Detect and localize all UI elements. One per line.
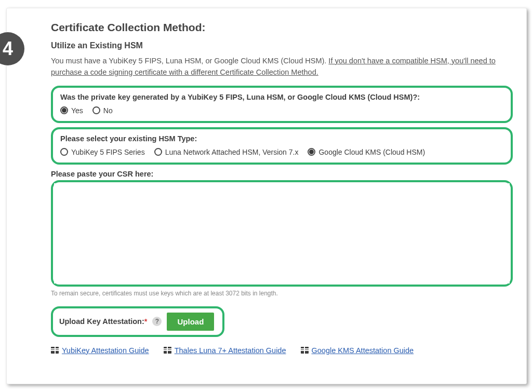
csr-hint: To remain secure, certificates must use … [51,290,513,297]
book-icon [51,347,59,354]
radio-no[interactable]: No [92,106,113,115]
radio-btn-icon [60,106,68,114]
intro-plain: You must have a YubiKey 5 FIPS, Luna HSM… [51,57,328,65]
radio-btn-icon [308,148,315,156]
csr-label: Please paste your CSR here: [51,170,513,178]
book-icon [164,347,171,354]
question-generated-options: Yes No [60,106,503,115]
csr-textarea[interactable] [54,183,510,283]
question-generated-label: Was the private key generated by a YubiK… [60,93,503,101]
radio-yubikey[interactable]: YubiKey 5 FIPS Series [60,148,145,156]
section-title: Certificate Collection Method: [51,21,513,34]
radio-btn-icon [60,148,68,156]
upload-label: Upload Key Attestation:* [59,317,147,326]
upload-attestation-box: Upload Key Attestation:* ? Upload [51,306,224,337]
radio-btn-icon [92,106,100,114]
question-generated-box: Was the private key generated by a YubiK… [51,86,513,123]
radio-yes[interactable]: Yes [60,106,83,115]
question-hsm-type-options: YubiKey 5 FIPS Series Luna Network Attac… [60,148,503,156]
required-mark: * [144,317,148,326]
question-hsm-type-box: Please select your existing HSM Type: Yu… [51,127,513,165]
guide-luna[interactable]: Thales Luna 7+ Attestation Guide [164,346,286,355]
radio-google-kms-label: Google Cloud KMS (Cloud HSM) [318,148,425,156]
radio-luna-label: Luna Network Attached HSM, Version 7.x [165,148,299,156]
step-number-badge: 4 [0,32,24,65]
intro-text: You must have a YubiKey 5 FIPS, Luna HSM… [51,56,513,78]
certificate-collection-panel: 4 Certificate Collection Method: Utilize… [6,8,527,384]
radio-luna[interactable]: Luna Network Attached HSM, Version 7.x [154,148,299,156]
guide-yubikey[interactable]: YubiKey Attestation Guide [51,346,149,355]
help-icon[interactable]: ? [152,317,162,326]
attestation-guides: YubiKey Attestation Guide Thales Luna 7+… [51,346,513,355]
radio-yubikey-label: YubiKey 5 FIPS Series [71,148,145,156]
upload-button[interactable]: Upload [167,313,214,331]
radio-no-label: No [103,106,113,115]
guide-google-kms[interactable]: Google KMS Attestation Guide [301,346,414,355]
sub-title: Utilize an Existing HSM [51,41,513,50]
radio-yes-label: Yes [71,106,83,115]
csr-field-highlight [51,180,513,287]
radio-btn-icon [154,148,162,156]
question-hsm-type-label: Please select your existing HSM Type: [60,134,503,143]
book-icon [301,347,309,354]
radio-google-kms[interactable]: Google Cloud KMS (Cloud HSM) [308,148,425,156]
